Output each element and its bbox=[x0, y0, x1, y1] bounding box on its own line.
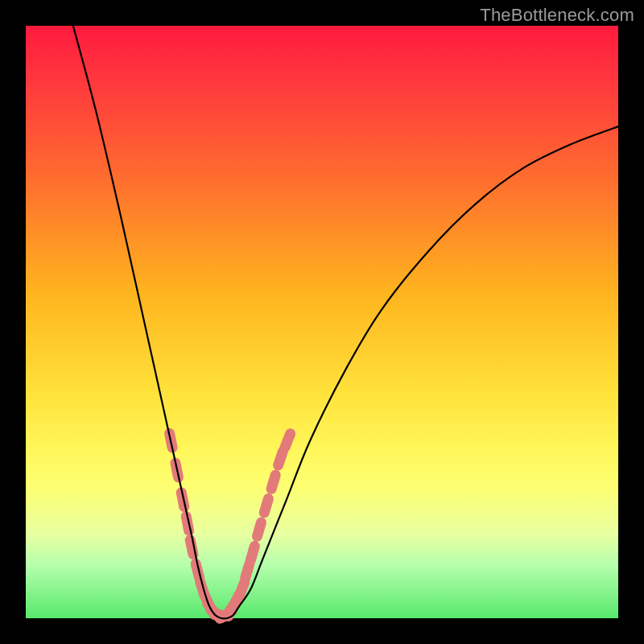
curve-marker bbox=[257, 522, 261, 536]
bottleneck-curve-path bbox=[73, 26, 618, 618]
outer-frame: TheBottleneck.com bbox=[0, 0, 644, 644]
curve-marker bbox=[285, 434, 291, 448]
marker-group bbox=[170, 433, 291, 618]
curve-marker bbox=[264, 499, 268, 513]
curve-marker bbox=[271, 475, 275, 489]
watermark-text: TheBottleneck.com bbox=[480, 5, 634, 26]
curve-marker bbox=[246, 564, 250, 577]
curve-marker bbox=[279, 452, 283, 465]
chart-svg bbox=[26, 26, 618, 618]
curve-marker bbox=[250, 546, 254, 559]
curve-marker bbox=[239, 582, 244, 596]
